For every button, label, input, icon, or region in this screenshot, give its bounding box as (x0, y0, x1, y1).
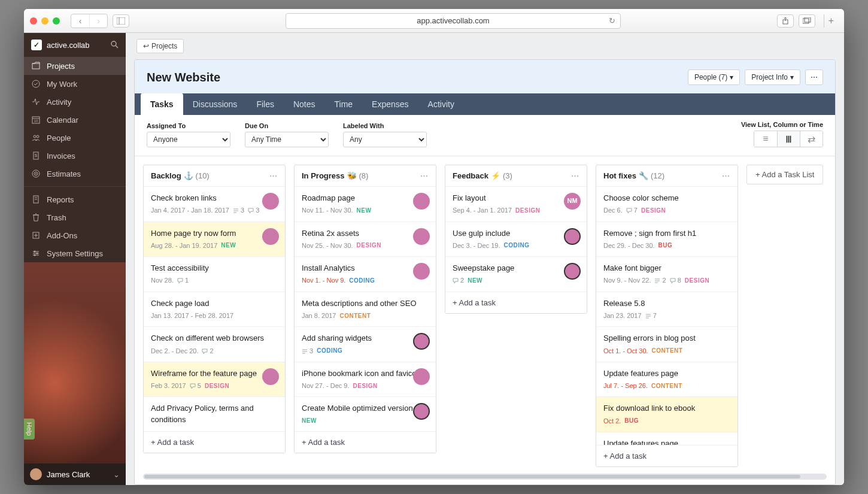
tab-notes[interactable]: Notes (284, 93, 325, 115)
brand[interactable]: ✓ active.collab (24, 33, 126, 57)
sidebar-item-trash[interactable]: Trash (24, 208, 126, 226)
task-card[interactable]: Add Privacy Policy, terms and conditions (144, 396, 285, 431)
sidebar-item-label: Invoices (47, 151, 75, 160)
card-title: Check page load (151, 298, 278, 309)
task-card[interactable]: Choose color schemeDec 6. 7DESIGN (596, 186, 738, 222)
comment-count: 1 (177, 276, 189, 285)
more-button[interactable]: ⋯ (805, 69, 823, 85)
close-window[interactable] (30, 17, 37, 25)
people-button[interactable]: People (7)▾ (688, 69, 740, 85)
view-time[interactable]: ⇄ (800, 131, 823, 147)
task-card[interactable]: Retina 2x assetsNov 25. - Nov 30.DESIGN (295, 222, 436, 257)
view-list[interactable]: ≡ (754, 131, 777, 147)
task-card[interactable]: Check on different web browsersDec 2. - … (144, 326, 285, 362)
project-info-button[interactable]: Project Info▾ (745, 69, 800, 85)
add-task-button[interactable]: + Add a task (445, 292, 587, 313)
task-card[interactable]: Remove ; sign from first h1Dec 29. - Dec… (596, 222, 738, 257)
new-tab-button[interactable]: + (824, 14, 838, 28)
task-card[interactable]: Wireframe for the feature pageFeb 3. 201… (144, 362, 285, 397)
card-date: Nov 28. (151, 276, 174, 285)
sidebar-item-people[interactable]: People (24, 129, 126, 147)
view-column[interactable]: ⫼ (777, 131, 800, 147)
card-title: Install Analytics (302, 263, 429, 274)
svg-text:$: $ (35, 153, 37, 157)
sidebar-item-projects[interactable]: Projects (24, 57, 126, 75)
back-button[interactable]: ‹ (71, 14, 89, 28)
user-avatar (30, 468, 42, 480)
task-card[interactable]: iPhone bookmark icon and faviconNov 27. … (295, 362, 436, 397)
kanban-board: Backlog⚓(10)⋯Check broken linksJan 4. 20… (135, 156, 835, 471)
sidebar-item-label: System Settings (47, 249, 103, 258)
invoices-icon: $ (31, 151, 41, 160)
task-card[interactable]: Sweepstake page 2NEW (445, 256, 587, 292)
task-card[interactable]: Test accessibilityNov 28. 1 (144, 256, 285, 292)
horizontal-scrollbar[interactable] (143, 474, 827, 480)
sidebar-item-estimates[interactable]: Estimates (24, 165, 126, 183)
forward-button[interactable]: › (89, 14, 107, 28)
card-date: Nov 25. - Nov 30. (302, 241, 353, 250)
tab-activity[interactable]: Activity (418, 93, 464, 115)
due-select[interactable]: Any Time (245, 132, 329, 147)
user-menu[interactable]: James Clark ⌄ (24, 463, 126, 485)
projects-icon (31, 62, 41, 70)
column-more-icon[interactable]: ⋯ (420, 171, 429, 180)
add-task-list-button[interactable]: + Add a Task List (746, 165, 823, 184)
sidebar-item-calendar[interactable]: 10Calendar (24, 111, 126, 129)
task-card[interactable]: Use gulp includeDec 3. - Dec 19.CODING (445, 222, 587, 257)
sidebar-toggle[interactable] (113, 14, 129, 28)
column-more-icon[interactable]: ⋯ (269, 171, 278, 180)
card-tag: CONTENT (340, 312, 371, 320)
card-tag: BUG (624, 417, 639, 425)
column-title: Feedback (453, 171, 488, 180)
task-card[interactable]: Spelling errors in blog postOct 1. - Oct… (596, 326, 738, 362)
tab-files[interactable]: Files (247, 93, 284, 115)
sidebar-item-activity[interactable]: Activity (24, 93, 126, 111)
tab-tasks[interactable]: Tasks (141, 93, 183, 115)
add-task-button[interactable]: + Add a task (596, 445, 738, 466)
maximize-window[interactable] (53, 17, 60, 25)
task-card[interactable]: Meta descriptions and other SEOJan 8. 20… (295, 292, 436, 327)
add-task-button[interactable]: + Add a task (144, 431, 285, 453)
comment-count: 3 (248, 206, 259, 215)
task-card[interactable]: Home page try now formAug 28. - Jan 19. … (144, 222, 285, 257)
url-bar[interactable]: app.activecollab.com ↻ (286, 13, 621, 29)
column-hot-fixes: Hot fixes🔧(12)⋯Choose color schemeDec 6.… (596, 165, 738, 467)
column-more-icon[interactable]: ⋯ (571, 171, 579, 180)
share-icon[interactable] (777, 14, 794, 28)
task-card[interactable]: NMFix layoutSep 4. - Jan 1. 2017DESIGN (445, 186, 587, 222)
search-icon[interactable] (110, 40, 119, 50)
add-task-button[interactable]: + Add a task (295, 431, 436, 453)
tab-time[interactable]: Time (325, 93, 363, 115)
task-card[interactable]: Fix download link to ebookOct 2.BUG (596, 396, 738, 432)
breadcrumb[interactable]: ↩ Projects (136, 39, 184, 53)
tabs-icon[interactable] (799, 14, 815, 28)
minimize-window[interactable] (41, 17, 48, 25)
tab-expenses[interactable]: Expenses (362, 93, 418, 115)
task-card[interactable]: Roadmap pageNov 11. - Nov 30.NEW (295, 186, 436, 222)
task-card[interactable]: Create Mobile optimized versionNEW (295, 396, 436, 431)
task-card[interactable]: Check broken linksJan 4. 2017 - Jan 18. … (144, 186, 285, 222)
column-count: (3) (503, 171, 512, 180)
sidebar-item-invoices[interactable]: $Invoices (24, 147, 126, 165)
sidebar-item-reports[interactable]: Reports (24, 190, 126, 208)
sidebar-item-add-ons[interactable]: Add-Ons (24, 226, 126, 244)
task-card[interactable]: Install AnalyticsNov 1. - Nov 9.CODING (295, 256, 436, 292)
tab-discussions[interactable]: Discussions (183, 93, 247, 115)
card-date: Feb 3. 2017 (151, 381, 186, 390)
column-more-icon[interactable]: ⋯ (722, 171, 730, 180)
task-card[interactable]: Release 5.8Jan 23. 2017 7 (596, 292, 738, 327)
task-card[interactable]: Check page loadJan 13. 2017 - Feb 28. 20… (144, 292, 285, 327)
task-card[interactable]: Update features pageJul 7. - Sep 26.CONT… (596, 362, 738, 397)
sidebar-item-label: Trash (47, 213, 66, 222)
task-card[interactable]: Add sharing widgets 3CODING (295, 326, 436, 362)
assigned-select[interactable]: Anyone (147, 132, 230, 147)
filter-label: Assigned To (147, 122, 230, 129)
refresh-icon[interactable]: ↻ (609, 16, 615, 25)
sidebar-item-system-settings[interactable]: System Settings (24, 244, 126, 262)
task-card[interactable]: Update features page (596, 432, 738, 445)
help-tab[interactable]: Help (24, 419, 35, 440)
labeled-select[interactable]: Any (343, 132, 427, 147)
view-label: View List, Column or Time (741, 121, 823, 128)
sidebar-item-my-work[interactable]: My Work (24, 75, 126, 93)
task-card[interactable]: Make font biggerNov 9. - Nov 22. 2 8DESI… (596, 256, 738, 292)
